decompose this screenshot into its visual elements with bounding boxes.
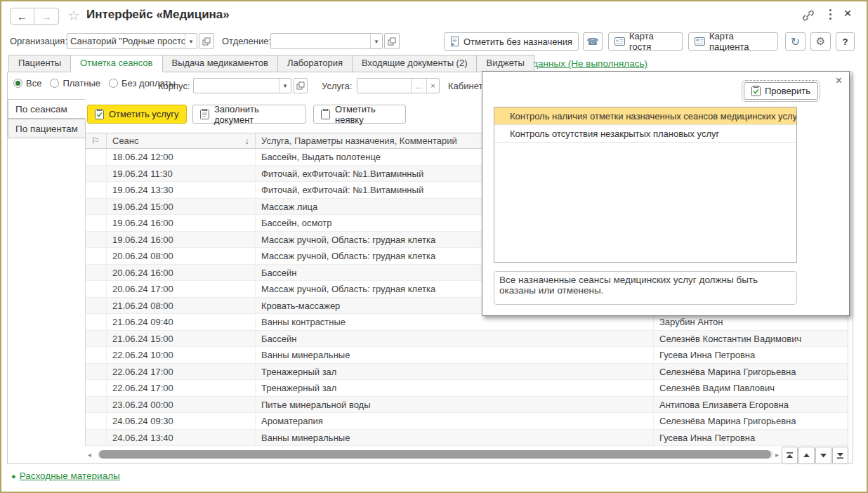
scroll-left-icon[interactable]: ◂ xyxy=(88,451,91,459)
flag-column-header[interactable]: ⚐ xyxy=(86,133,107,148)
organization-open-button[interactable] xyxy=(199,33,214,49)
flag-icon: ⚐ xyxy=(91,136,100,146)
main-tab[interactable]: Входящие документы (2) xyxy=(352,55,477,72)
clipboard-check-icon xyxy=(751,86,761,96)
mark-service-button[interactable]: Отметить услугу xyxy=(87,105,187,124)
row-flag-cell xyxy=(86,166,107,182)
fill-document-button[interactable]: Заполнить документ xyxy=(192,105,306,124)
scroll-right-icon[interactable]: ▸ xyxy=(775,451,779,459)
usluga-value xyxy=(357,79,411,93)
session-column-header[interactable]: Сеанс ↓ xyxy=(107,133,256,148)
horizontal-scrollbar-thumb[interactable] xyxy=(99,450,771,459)
table-row[interactable]: 23.06.24 00:00Питье минеральной водыАнти… xyxy=(86,397,848,414)
organization-value: Санаторий "Родные просто xyxy=(67,34,185,48)
popup-close-icon[interactable]: × xyxy=(836,74,842,87)
consumables-link[interactable]: Расходные материалы xyxy=(20,471,120,481)
row-patient-cell: Зарубин Антон xyxy=(654,314,848,330)
row-service-cell: Питье минеральной воды xyxy=(256,397,654,413)
mark-without-assignment-button[interactable]: Отметить без назначения xyxy=(444,32,579,51)
go-first-button[interactable] xyxy=(782,447,798,464)
usluga-clear-button[interactable]: × xyxy=(426,79,439,93)
forward-button[interactable]: → xyxy=(34,8,59,25)
table-row[interactable]: 22.06.24 17:00Тренажерный залСелезнёв Ва… xyxy=(86,380,848,397)
radio-label: Все xyxy=(26,78,41,88)
organization-label: Организация: xyxy=(10,36,67,46)
row-session-cell: 23.06.24 00:00 xyxy=(107,397,256,413)
settings-button[interactable]: ⚙ xyxy=(810,32,831,51)
phone-call-button[interactable]: ☎ xyxy=(583,32,603,51)
row-service-cell: Ванны минеральные xyxy=(256,430,654,446)
guest-card-button[interactable]: Карта гостя xyxy=(608,32,683,51)
department-combobox[interactable]: ▾ xyxy=(270,33,383,49)
korpus-open-button[interactable] xyxy=(294,78,308,93)
usluga-label: Услуга: xyxy=(322,81,352,91)
help-button[interactable]: ? xyxy=(836,32,855,51)
mark-noshow-button[interactable]: Отметить неявку xyxy=(313,105,406,124)
get-link-icon[interactable] xyxy=(802,9,815,22)
row-session-cell: 19.06.24 16:00 xyxy=(107,215,256,231)
department-open-button[interactable] xyxy=(384,33,400,49)
more-menu-icon[interactable] xyxy=(824,9,836,22)
row-patient-cell: Селезнёв Константин Вадимович xyxy=(654,331,848,347)
row-flag-cell xyxy=(86,149,107,165)
korpus-dropdown-icon[interactable]: ▾ xyxy=(279,79,291,93)
main-tab[interactable]: Лаборатория xyxy=(277,55,353,72)
table-row[interactable]: 22.06.24 17:00Тренажерный залСелезнёва М… xyxy=(86,364,848,381)
row-flag-cell xyxy=(86,331,107,347)
row-service-cell: Ванны контрастные xyxy=(256,314,654,330)
horizontal-scrollbar[interactable] xyxy=(98,450,773,459)
row-flag-cell xyxy=(86,281,107,297)
go-next-button[interactable] xyxy=(815,447,831,464)
row-flag-cell xyxy=(86,397,107,413)
row-flag-cell xyxy=(86,430,107,446)
go-prev-button[interactable] xyxy=(798,447,815,464)
row-patient-cell: Гусева Инна Петровна xyxy=(654,430,848,446)
mark-noshow-label: Отметить неявку xyxy=(335,104,398,125)
table-row[interactable]: 22.06.24 10:00Ванны минеральныеГусева Ин… xyxy=(86,347,848,364)
usluga-choose-button[interactable]: ... xyxy=(411,79,426,93)
row-service-cell: Ароматерапия xyxy=(256,413,654,429)
filter-radio[interactable]: Платные xyxy=(50,78,100,88)
clipboard-check-icon xyxy=(95,109,104,119)
korpus-combobox[interactable]: ▾ xyxy=(193,78,291,93)
table-row[interactable]: 24.06.24 09:30АроматерапияСелезнёва Мари… xyxy=(86,413,848,430)
row-patient-cell: Антипова Елизавета Егоровна xyxy=(654,397,848,413)
refresh-button[interactable]: ↻ xyxy=(785,32,805,51)
radio-icon xyxy=(13,79,22,88)
filter-radio[interactable]: Все xyxy=(13,78,41,88)
back-button[interactable]: ← xyxy=(10,8,34,25)
sort-desc-icon: ↓ xyxy=(245,136,250,146)
patient-card-icon xyxy=(695,37,705,46)
side-tab[interactable]: По пациентам xyxy=(8,119,86,138)
row-patient-cell: Гусева Инна Петровна xyxy=(654,347,848,363)
department-dropdown-icon[interactable]: ▾ xyxy=(370,34,382,48)
go-last-button[interactable] xyxy=(832,447,848,464)
row-session-cell: 19.06.24 11:30 xyxy=(107,166,256,182)
row-patient-cell: Селезнёв Вадим Павлович xyxy=(654,380,848,396)
side-tab[interactable]: По сеансам xyxy=(8,99,86,119)
check-rule-item[interactable]: Контроль отсутствия незакрытых плановых … xyxy=(494,125,796,143)
row-flag-cell xyxy=(86,248,107,264)
row-session-cell: 19.06.24 13:30 xyxy=(107,182,256,198)
main-tab[interactable]: Выдача медикаментов xyxy=(162,55,278,72)
main-tab[interactable]: Пациенты xyxy=(8,55,71,72)
table-row[interactable]: 21.06.24 15:00БассейнСелезнёв Константин… xyxy=(86,331,848,348)
organization-dropdown-icon[interactable]: ▾ xyxy=(185,34,197,48)
main-tab[interactable]: Виджеты xyxy=(476,55,534,72)
favorite-star-icon[interactable]: ☆ xyxy=(67,7,80,24)
check-button[interactable]: Проверить xyxy=(744,82,818,100)
row-session-cell: 24.06.24 09:30 xyxy=(107,413,256,429)
main-tab[interactable]: Отметка сеансов xyxy=(70,55,163,72)
row-flag-cell xyxy=(86,314,107,330)
session-column-label: Сеанс xyxy=(112,136,139,146)
window-close-icon[interactable]: × xyxy=(840,6,855,21)
row-session-cell: 18.06.24 12:00 xyxy=(107,149,256,165)
table-row[interactable]: 24.06.24 13:40Ванны минеральныеГусева Ин… xyxy=(86,430,848,447)
patient-card-button[interactable]: Карта пациента xyxy=(688,32,778,51)
check-rule-item[interactable]: Контроль наличия отметки назначенных сеа… xyxy=(494,107,796,125)
usluga-input[interactable]: ... × xyxy=(357,78,440,93)
organization-combobox[interactable]: Санаторий "Родные просто ▾ xyxy=(67,33,197,49)
page-title: Интерфейс «Медицина» xyxy=(86,8,230,22)
history-nav: ← → xyxy=(10,8,59,25)
table-row[interactable]: 21.06.24 09:40Ванны контрастныеЗарубин А… xyxy=(86,314,848,331)
